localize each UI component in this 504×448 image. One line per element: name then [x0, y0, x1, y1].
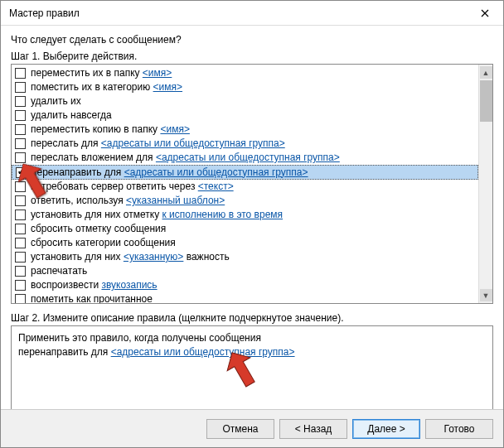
title-bar: Мастер правил	[1, 1, 503, 26]
action-link[interactable]: <имя>	[143, 67, 172, 79]
action-link[interactable]: <имя>	[160, 123, 189, 135]
action-label: пометить как прочитанное	[31, 292, 153, 303]
action-checkbox[interactable]	[15, 82, 26, 93]
action-row[interactable]: удалить их	[12, 94, 478, 108]
action-checkbox[interactable]	[15, 210, 26, 220]
close-button[interactable]	[467, 1, 503, 26]
action-link[interactable]: к исполнению в это время	[162, 209, 284, 220]
action-label: удалить навсегда	[31, 108, 112, 123]
action-label: переслать вложением для <адресаты или об…	[31, 151, 340, 165]
rule-description-box: Применить это правило, когда получены со…	[11, 325, 493, 410]
action-label: поместить их в категорию <имя>	[31, 80, 182, 94]
action-checkbox[interactable]	[15, 110, 26, 121]
action-row[interactable]: ответить, используя <указанный шаблон>	[12, 194, 478, 208]
window-title: Мастер правил	[9, 7, 80, 19]
action-row[interactable]: перенаправить для <адресаты или общедост…	[12, 165, 478, 180]
scroll-down-icon[interactable]: ▼	[480, 289, 492, 301]
actions-listbox: переместить их в папку <имя>поместить их…	[11, 64, 493, 304]
action-link[interactable]: <имя>	[153, 81, 182, 93]
action-link[interactable]: <текст>	[198, 181, 234, 192]
action-checkbox[interactable]	[16, 167, 27, 178]
rule-desc-link[interactable]: <адресаты или общедоступная группа>	[111, 346, 295, 358]
action-row[interactable]: удалить навсегда	[12, 108, 478, 123]
action-row[interactable]: переместить их в папку <имя>	[12, 66, 478, 80]
action-link[interactable]: <адресаты или общедоступная группа>	[156, 152, 340, 163]
back-button[interactable]: < Назад	[279, 419, 347, 439]
scrollbar[interactable]: ▲ ▼	[478, 65, 492, 303]
action-row[interactable]: установить для них отметку к исполнению …	[12, 208, 478, 222]
cancel-button[interactable]: Отмена	[206, 419, 274, 439]
question-text: Что следует сделать с сообщением?	[11, 34, 493, 46]
action-checkbox[interactable]	[15, 294, 26, 303]
action-row[interactable]: сбросить категории сообщения	[12, 236, 478, 250]
next-button[interactable]: Далее >	[352, 419, 420, 439]
action-checkbox[interactable]	[15, 252, 26, 263]
action-row[interactable]: пометить как прочитанное	[12, 292, 478, 303]
step1-label: Шаг 1. Выберите действия.	[11, 51, 493, 62]
action-row[interactable]: переслать вложением для <адресаты или об…	[12, 151, 478, 165]
action-row[interactable]: переместить копию в папку <имя>	[12, 123, 478, 137]
action-label: переслать для <адресаты или общедоступна…	[31, 137, 285, 151]
action-checkbox[interactable]	[15, 152, 26, 163]
action-checkbox[interactable]	[15, 124, 26, 135]
action-row[interactable]: поместить их в категорию <имя>	[12, 80, 478, 94]
close-icon	[481, 9, 489, 17]
action-link[interactable]: <адресаты или общедоступная группа>	[101, 137, 285, 149]
action-label: переместить их в папку <имя>	[31, 66, 172, 80]
action-link[interactable]: <указанную>	[124, 251, 184, 263]
action-row[interactable]: потребовать сервер ответить через <текст…	[12, 180, 478, 194]
action-label: сбросить категории сообщения	[31, 236, 176, 250]
action-label: воспроизвести звукозапись	[31, 278, 158, 292]
action-label: сбросить отметку сообщения	[31, 222, 166, 236]
action-label: потребовать сервер ответить через <текст…	[31, 180, 234, 194]
action-label: установить для них <указанную> важность	[31, 250, 230, 264]
action-checkbox[interactable]	[15, 238, 26, 248]
action-checkbox[interactable]	[15, 266, 26, 277]
action-checkbox[interactable]	[15, 138, 26, 149]
action-label: установить для них отметку к исполнению …	[31, 208, 283, 222]
action-checkbox[interactable]	[15, 280, 26, 291]
action-row[interactable]: переслать для <адресаты или общедоступна…	[12, 137, 478, 151]
button-bar: Отмена < Назад Далее > Готово	[1, 409, 503, 447]
rule-desc-line1: Применить это правило, когда получены со…	[18, 331, 486, 345]
action-row[interactable]: распечатать	[12, 264, 478, 278]
action-label: распечатать	[31, 264, 87, 278]
action-row[interactable]: установить для них <указанную> важность	[12, 250, 478, 264]
action-label: ответить, используя <указанный шаблон>	[31, 194, 225, 208]
step2-label: Шаг 2. Измените описание правила (щелкни…	[11, 312, 493, 324]
action-checkbox[interactable]	[15, 68, 26, 79]
rule-desc-line2: перенаправить для <адресаты или общедост…	[18, 345, 486, 359]
action-label: перенаправить для <адресаты или общедост…	[32, 166, 308, 180]
action-link[interactable]: <адресаты или общедоступная группа>	[124, 166, 308, 178]
action-checkbox[interactable]	[15, 224, 26, 234]
action-checkbox[interactable]	[15, 195, 26, 206]
scrollbar-thumb[interactable]	[480, 80, 492, 122]
action-row[interactable]: воспроизвести звукозапись	[12, 278, 478, 292]
scroll-up-icon[interactable]: ▲	[480, 66, 492, 79]
action-checkbox[interactable]	[15, 96, 26, 107]
action-link[interactable]: <указанный шаблон>	[126, 195, 225, 206]
action-row[interactable]: сбросить отметку сообщения	[12, 222, 478, 236]
finish-button[interactable]: Готово	[425, 419, 493, 439]
action-link[interactable]: звукозапись	[101, 279, 157, 291]
action-label: удалить их	[31, 94, 81, 108]
action-checkbox[interactable]	[15, 181, 26, 192]
action-label: переместить копию в папку <имя>	[31, 123, 190, 137]
